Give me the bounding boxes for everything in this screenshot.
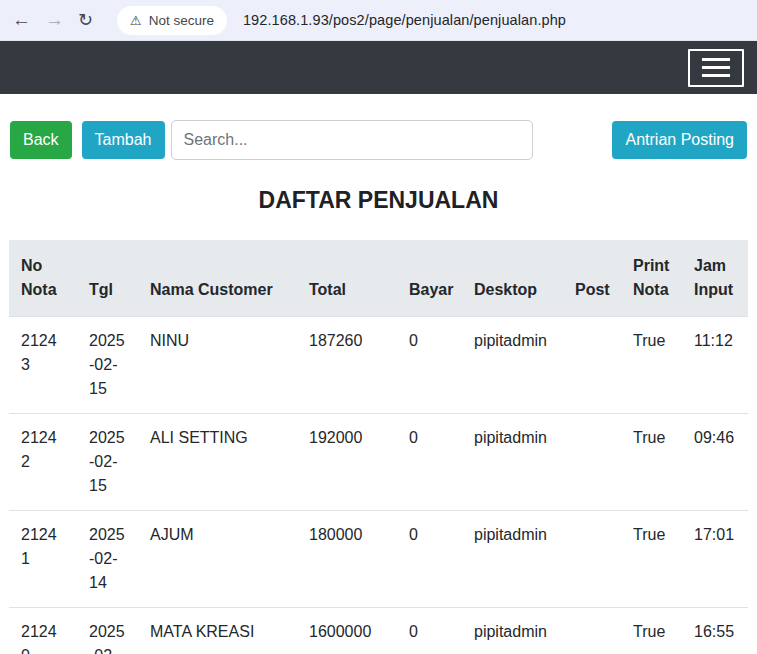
browser-forward-icon[interactable]: → [45,9,78,31]
cell-no-nota: 21242 [9,414,77,511]
col-no-nota: No Nota [9,240,77,317]
cell-nama-customer: MATA KREASI [138,608,297,654]
cell-post [563,511,621,608]
col-tgl: Tgl [77,240,138,317]
cell-nama-customer: NINU [138,317,297,414]
col-nama-customer: Nama Customer [138,240,297,317]
cell-total: 192000 [297,414,397,511]
col-desktop: Desktop [462,240,563,317]
cell-total: 180000 [297,511,397,608]
tambah-button[interactable]: Tambah [82,121,165,159]
cell-desktop: pipitadmin [462,317,563,414]
table-row[interactable]: 21240 2025-02-14 MATA KREASI 1600000 0 p… [9,608,748,654]
cell-no-nota: 21243 [9,317,77,414]
cell-total: 1600000 [297,608,397,654]
menu-icon [702,58,730,61]
cell-jam-input: 11:12 [682,317,748,414]
page-title: DAFTAR PENJUALAN [0,187,757,214]
table-row[interactable]: 21242 2025-02-15 ALI SETTING 192000 0 pi… [9,414,748,511]
cell-tgl: 2025-02-14 [77,511,138,608]
cell-desktop: pipitadmin [462,608,563,654]
col-bayar: Bayar [397,240,462,317]
warning-icon: ⚠ [130,13,142,28]
cell-jam-input: 16:55 [682,608,748,654]
cell-post [563,317,621,414]
cell-print-nota: True [621,511,682,608]
browser-back-icon[interactable]: ← [12,9,45,31]
cell-tgl: 2025-02-15 [77,317,138,414]
browser-reload-icon[interactable]: ↻ [78,9,111,31]
antrian-posting-button[interactable]: Antrian Posting [612,121,747,159]
cell-no-nota: 21241 [9,511,77,608]
cell-bayar: 0 [397,511,462,608]
not-secure-label: Not secure [149,13,214,28]
cell-post [563,414,621,511]
table-row[interactable]: 21243 2025-02-15 NINU 187260 0 pipitadmi… [9,317,748,414]
address-bar[interactable]: ⚠ Not secure 192.168.1.93/pos2/page/penj… [117,6,566,35]
cell-total: 187260 [297,317,397,414]
cell-print-nota: True [621,317,682,414]
search-input[interactable] [171,120,533,160]
cell-no-nota: 21240 [9,608,77,654]
navbar [0,41,757,94]
browser-toolbar: ← → ↻ ⚠ Not secure 192.168.1.93/pos2/pag… [0,0,757,41]
cell-tgl: 2025-02-15 [77,414,138,511]
penjualan-table: No Nota Tgl Nama Customer Total Bayar De… [9,240,748,654]
back-button[interactable]: Back [10,121,72,159]
cell-print-nota: True [621,608,682,654]
cell-bayar: 0 [397,317,462,414]
cell-jam-input: 17:01 [682,511,748,608]
cell-nama-customer: AJUM [138,511,297,608]
menu-toggle-button[interactable] [688,49,744,87]
cell-nama-customer: ALI SETTING [138,414,297,511]
cell-tgl: 2025-02-14 [77,608,138,654]
col-print-nota: Print Nota [621,240,682,317]
col-total: Total [297,240,397,317]
cell-print-nota: True [621,414,682,511]
action-bar: Back Tambah Antrian Posting [0,120,757,160]
table-header-row: No Nota Tgl Nama Customer Total Bayar De… [9,240,748,317]
col-post: Post [563,240,621,317]
table-row[interactable]: 21241 2025-02-14 AJUM 180000 0 pipitadmi… [9,511,748,608]
url-text[interactable]: 192.168.1.93/pos2/page/penjualan/penjual… [243,12,566,28]
col-jam-input: Jam Input [682,240,748,317]
cell-desktop: pipitadmin [462,414,563,511]
cell-bayar: 0 [397,414,462,511]
cell-desktop: pipitadmin [462,511,563,608]
cell-jam-input: 09:46 [682,414,748,511]
cell-post [563,608,621,654]
cell-bayar: 0 [397,608,462,654]
not-secure-chip[interactable]: ⚠ Not secure [117,6,227,35]
app-window: ← → ↻ ⚠ Not secure 192.168.1.93/pos2/pag… [0,0,757,654]
